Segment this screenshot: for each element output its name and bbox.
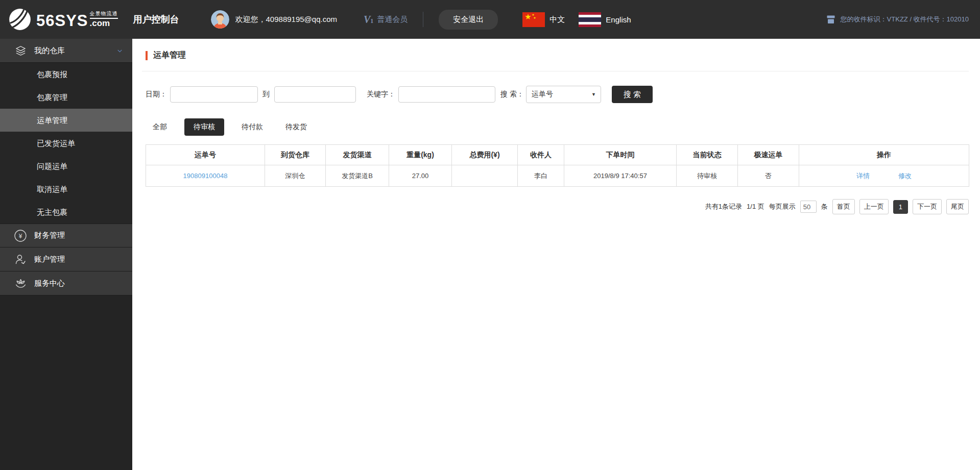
- sidebar-item-cancelled-waybills[interactable]: 取消运单: [0, 178, 132, 201]
- search-type-label: 搜 索：: [500, 90, 524, 99]
- sidebar-item-finance[interactable]: ¥ 财务管理: [0, 224, 132, 248]
- top-header: 56SYS 全景物流通 .com 用户控制台 欢迎您，409889195@: [0, 0, 980, 39]
- page-info: 1/1 页: [747, 202, 764, 211]
- console-title: 用户控制台: [133, 13, 179, 26]
- per-page-unit: 条: [821, 202, 828, 211]
- main-content: 运单管理 日期： 到 关键字： 搜 索： 运单号 ▼ 搜 索 全部 待审核 待付…: [132, 39, 980, 470]
- cell-channel: 发货渠道B: [326, 165, 389, 187]
- receiver-info-text: 您的收件标识：VTKZZ / 收件代号：102010: [841, 15, 969, 24]
- table-row: 190809100048 深圳仓 发货渠道B 27.00 李白 2019/8/9…: [146, 165, 969, 187]
- cell-total-fee: [452, 165, 518, 187]
- sidebar-item-shipped-waybills[interactable]: 已发货运单: [0, 132, 132, 155]
- warehouse-submenu: 包裹预报 包裹管理 运单管理 已发货运单 问题运单 取消运单 无主包裹: [0, 63, 132, 224]
- welcome-text: 欢迎您，409889195@qq.com: [235, 15, 338, 24]
- waybill-number-link[interactable]: 190809100048: [183, 172, 228, 180]
- sidebar-item-package-management[interactable]: 包裹管理: [0, 86, 132, 109]
- brand-tagline: 全景物流通: [90, 10, 118, 19]
- sidebar-item-my-warehouse[interactable]: 我的仓库: [0, 39, 132, 63]
- cell-express: 否: [738, 165, 799, 187]
- current-page-button[interactable]: 1: [893, 200, 908, 214]
- brand-logo[interactable]: 56SYS 全景物流通 .com: [8, 8, 118, 31]
- col-total-fee: 总费用(¥): [452, 145, 518, 165]
- sidebar-item-account[interactable]: 账户管理: [0, 248, 132, 271]
- page-title: 运单管理: [146, 50, 186, 61]
- pagination: 共有1条记录 1/1 页 每页展示 条 首页 上一页 1 下一页 尾页: [705, 199, 969, 214]
- tab-all[interactable]: 全部: [148, 118, 172, 136]
- select-arrow-icon: ▼: [591, 92, 596, 97]
- china-flag-icon[interactable]: ★ ★ ★: [522, 12, 545, 27]
- date-label: 日期：: [146, 90, 167, 99]
- date-to-label: 到: [262, 90, 270, 99]
- yen-circle-icon: ¥: [14, 229, 27, 242]
- sidebar-item-waybill-management[interactable]: 运单管理: [0, 109, 132, 132]
- cell-status: 待审核: [677, 165, 738, 187]
- col-channel: 发货渠道: [326, 145, 389, 165]
- logout-button[interactable]: 安全退出: [439, 10, 498, 30]
- status-tabs: 全部 待审核 待付款 待发货: [148, 118, 324, 136]
- last-page-button[interactable]: 尾页: [946, 199, 969, 214]
- svg-text:¥: ¥: [18, 232, 22, 239]
- tab-pending-review[interactable]: 待审核: [184, 118, 224, 136]
- sidebar-item-unclaimed-packages[interactable]: 无主包裹: [0, 201, 132, 224]
- title-separator: [142, 71, 969, 71]
- member-badge: V 1 普通会员: [364, 14, 408, 26]
- header-divider: [423, 12, 423, 27]
- date-from-input[interactable]: [170, 86, 258, 103]
- filter-bar: 日期： 到 关键字： 搜 索： 运单号 ▼ 搜 索: [146, 86, 653, 103]
- avatar-icon: [211, 10, 229, 29]
- lang-chinese[interactable]: 中文: [549, 15, 565, 24]
- chevron-down-icon: [116, 47, 123, 54]
- first-page-button[interactable]: 首页: [832, 199, 855, 214]
- sidebar-item-service-center[interactable]: 服务中心: [0, 271, 132, 295]
- cell-warehouse: 深圳仓: [265, 165, 326, 187]
- col-recipient: 收件人: [518, 145, 564, 165]
- app-root: 56SYS 全景物流通 .com 用户控制台 欢迎您，409889195@: [0, 0, 980, 470]
- layers-icon: [14, 45, 27, 57]
- brand-text: 56SYS 全景物流通 .com: [36, 10, 118, 29]
- sidebar: 我的仓库 包裹预报 包裹管理 运单管理 已发货运单 问题运单 取消运单 无主包裹…: [0, 39, 132, 470]
- col-waybill-no: 运单号: [146, 145, 265, 165]
- cell-weight: 27.00: [389, 165, 452, 187]
- next-page-button[interactable]: 下一页: [913, 199, 942, 214]
- member-level-label: 普通会员: [377, 15, 408, 24]
- thailand-flag-icon[interactable]: [579, 12, 601, 27]
- per-page-label: 每页展示: [769, 202, 796, 211]
- tab-pending-shipment[interactable]: 待发货: [280, 118, 312, 136]
- col-actions: 操作: [799, 145, 969, 165]
- user-icon: [14, 253, 27, 265]
- brand-domain: .com: [90, 19, 118, 29]
- package-icon: [826, 14, 836, 24]
- tab-pending-payment[interactable]: 待付款: [236, 118, 268, 136]
- keyword-label: 关键字：: [367, 90, 395, 99]
- cell-order-time: 2019/8/9 17:40:57: [564, 165, 677, 187]
- keyword-input[interactable]: [398, 86, 495, 103]
- waybill-table: 运单号 到货仓库 发货渠道 重量(kg) 总费用(¥) 收件人 下单时间 当前状…: [146, 144, 969, 187]
- sidebar-item-problem-waybills[interactable]: 问题运单: [0, 155, 132, 178]
- cell-recipient: 李白: [518, 165, 564, 187]
- title-accent-bar: [146, 51, 148, 60]
- record-summary: 共有1条记录: [705, 202, 742, 211]
- col-order-time: 下单时间: [564, 145, 677, 165]
- sidebar-item-package-forecast[interactable]: 包裹预报: [0, 63, 132, 86]
- service-hands-icon: [14, 277, 27, 290]
- user-avatar[interactable]: [211, 10, 229, 29]
- per-page-input[interactable]: [800, 201, 817, 213]
- table-header-row: 运单号 到货仓库 发货渠道 重量(kg) 总费用(¥) 收件人 下单时间 当前状…: [146, 145, 969, 165]
- prev-page-button[interactable]: 上一页: [859, 199, 889, 214]
- date-to-input[interactable]: [274, 86, 356, 103]
- logo-swoosh-icon: [8, 8, 32, 31]
- col-status: 当前状态: [677, 145, 738, 165]
- edit-link[interactable]: 修改: [898, 171, 912, 181]
- vip-level-icon: V: [364, 14, 370, 26]
- detail-link[interactable]: 详情: [856, 171, 870, 181]
- search-button[interactable]: 搜 索: [612, 86, 653, 103]
- lang-english[interactable]: English: [606, 15, 631, 24]
- col-warehouse: 到货仓库: [265, 145, 326, 165]
- receiver-identity: 您的收件标识：VTKZZ / 收件代号：102010: [826, 14, 969, 24]
- col-weight: 重量(kg): [389, 145, 452, 165]
- search-type-select[interactable]: 运单号 ▼: [526, 86, 601, 103]
- col-express: 极速运单: [738, 145, 799, 165]
- brand-name: 56SYS: [36, 13, 88, 29]
